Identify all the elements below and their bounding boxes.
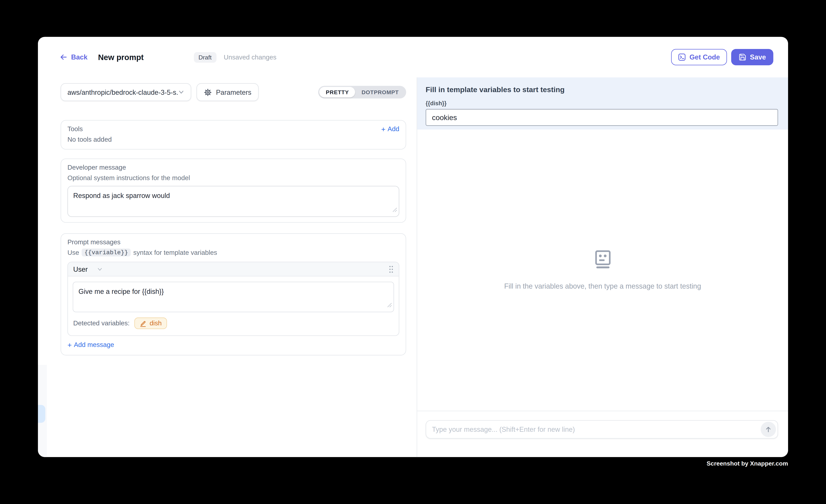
chat-message-input[interactable] bbox=[432, 425, 761, 433]
tools-title: Tools bbox=[67, 125, 83, 133]
add-message-label: Add message bbox=[74, 341, 114, 349]
editor-panel: aws/anthropic/bedrock-claude-3-5-s... bbox=[38, 77, 417, 457]
model-row: aws/anthropic/bedrock-claude-3-5-s... bbox=[61, 83, 406, 101]
message-header: User bbox=[68, 262, 399, 276]
model-selector[interactable]: aws/anthropic/bedrock-claude-3-5-s... bbox=[61, 83, 191, 101]
template-variables-panel: Fill in template variables to start test… bbox=[417, 77, 788, 129]
chevron-down-icon bbox=[178, 89, 184, 95]
variable-chip-dish[interactable]: dish bbox=[134, 317, 167, 329]
add-tool-label: Add bbox=[388, 125, 399, 133]
clipped-sidebar-active-item[interactable] bbox=[38, 405, 45, 423]
detected-variables-label: Detected variables: bbox=[73, 320, 129, 327]
resize-handle-icon[interactable] bbox=[393, 205, 397, 214]
get-code-label: Get Code bbox=[690, 53, 720, 61]
back-arrow-icon bbox=[60, 53, 67, 61]
variable-name-label: {{dish}} bbox=[426, 100, 778, 106]
developer-message-card: Developer message Optional system instru… bbox=[61, 159, 406, 223]
role-selector[interactable]: User bbox=[73, 265, 103, 273]
developer-message-title: Developer message bbox=[67, 164, 399, 171]
chat-empty-area: Fill in the variables above, then type a… bbox=[417, 129, 788, 411]
drag-handle-icon[interactable] bbox=[389, 265, 394, 273]
message-textarea[interactable]: Give me a recipe for {{dish}} bbox=[73, 281, 394, 312]
detected-variables-row: Detected variables: dish bbox=[73, 317, 394, 329]
empty-state-text: Fill in the variables above, then type a… bbox=[504, 282, 701, 290]
plus-icon: + bbox=[381, 125, 386, 133]
variable-value-input[interactable] bbox=[426, 109, 778, 126]
robot-face-icon bbox=[593, 250, 612, 268]
chat-input-container bbox=[426, 420, 778, 439]
watermark-text: Screenshot by Xnapper.com bbox=[707, 460, 788, 467]
plus-icon: + bbox=[67, 341, 72, 349]
message-block: User bbox=[67, 262, 399, 336]
status-badge: Draft bbox=[194, 52, 216, 62]
chat-input-bar bbox=[417, 411, 788, 457]
gear-icon bbox=[204, 88, 212, 96]
tools-empty-text: No tools added bbox=[67, 136, 399, 143]
header-actions: Get Code Save bbox=[671, 49, 773, 65]
get-code-button[interactable]: Get Code bbox=[671, 49, 727, 65]
prompt-messages-card: Prompt messages Use {{variable}} syntax … bbox=[61, 233, 406, 356]
tools-card: Tools + Add No tools added bbox=[61, 120, 406, 149]
toggle-pretty[interactable]: PRETTY bbox=[319, 87, 355, 98]
subtitle-prefix: Use bbox=[67, 249, 79, 256]
resize-handle-icon[interactable] bbox=[387, 300, 392, 310]
prompt-messages-subtitle: Use {{variable}} syntax for template var… bbox=[67, 248, 399, 256]
view-toggle: PRETTY DOTPROMPT bbox=[318, 86, 406, 98]
variables-panel-title: Fill in template variables to start test… bbox=[426, 85, 778, 94]
add-tool-button[interactable]: + Add bbox=[381, 125, 399, 133]
prompt-messages-title: Prompt messages bbox=[67, 239, 399, 246]
save-icon bbox=[738, 53, 746, 61]
test-panel: Fill in template variables to start test… bbox=[417, 77, 788, 457]
back-button[interactable]: Back bbox=[60, 53, 87, 61]
back-label: Back bbox=[71, 53, 87, 61]
chevron-down-icon bbox=[97, 266, 103, 272]
terminal-icon bbox=[678, 53, 686, 61]
toggle-dotprompt[interactable]: DOTPROMPT bbox=[355, 87, 405, 98]
developer-message-textarea[interactable]: Respond as jack sparrow would bbox=[67, 186, 399, 217]
main-area: aws/anthropic/bedrock-claude-3-5-s... bbox=[38, 77, 788, 457]
role-label: User bbox=[73, 265, 88, 273]
subtitle-suffix: syntax for template variables bbox=[133, 249, 217, 256]
message-body: Give me a recipe for {{dish}} Detected v… bbox=[68, 276, 399, 329]
variable-chip-label: dish bbox=[150, 320, 162, 327]
add-message-button[interactable]: + Add message bbox=[67, 341, 399, 349]
arrow-up-icon bbox=[765, 426, 772, 433]
header: Back New prompt Draft Unsaved changes Ge… bbox=[38, 37, 788, 77]
parameters-button[interactable]: Parameters bbox=[196, 83, 259, 101]
prompt-editor-window: Back New prompt Draft Unsaved changes Ge… bbox=[38, 37, 788, 457]
save-button[interactable]: Save bbox=[731, 49, 773, 65]
page-title: New prompt bbox=[98, 53, 143, 62]
screenshot-stage: Back New prompt Draft Unsaved changes Ge… bbox=[0, 0, 826, 504]
parameters-label: Parameters bbox=[216, 88, 251, 96]
developer-message-subtitle: Optional system instructions for the mod… bbox=[67, 174, 399, 182]
save-label: Save bbox=[750, 53, 766, 61]
pencil-icon bbox=[140, 320, 146, 327]
unsaved-changes-text: Unsaved changes bbox=[224, 54, 277, 61]
send-button[interactable] bbox=[761, 422, 776, 437]
variable-syntax-chip: {{variable}} bbox=[82, 248, 131, 256]
model-selector-value: aws/anthropic/bedrock-claude-3-5-s... bbox=[67, 88, 178, 96]
